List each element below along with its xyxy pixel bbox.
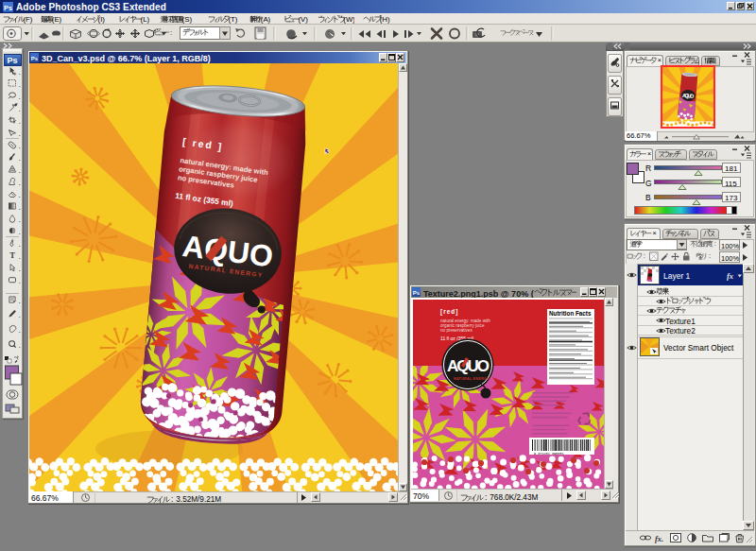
svg-text:Ps: Ps [413,290,421,296]
svg-text:×: × [652,230,656,237]
svg-text:(I): (I) [98,15,106,24]
svg-text:(A): (A) [260,15,270,24]
svg-text:(L): (L) [141,15,150,24]
svg-text:Nutrition Facts: Nutrition Facts [549,310,592,317]
svg-text::: : [644,252,645,260]
svg-text:(S): (S) [181,15,192,24]
svg-text:fx.: fx. [655,534,663,543]
svg-text:×: × [658,57,662,64]
svg-text:×: × [647,150,651,158]
svg-text:9 871231 890831: 9 871231 890831 [534,452,564,456]
svg-text::: : [484,493,486,502]
svg-text:no preservatives: no preservatives [440,328,472,333]
svg-text:(V): (V) [299,15,309,24]
svg-text:Ps: Ps [31,56,39,61]
svg-text:NATURAL ENERGY: NATURAL ENERGY [454,377,490,381]
svg-text:fx: fx [727,271,734,281]
svg-text:768.0K/2.43M: 768.0K/2.43M [490,493,538,502]
svg-text::: : [714,240,716,248]
svg-text:3.52M/9.21M: 3.52M/9.21M [176,495,221,504]
svg-text:(F): (F) [23,15,32,24]
svg-text:(T): (T) [228,15,237,24]
svg-text:Ps: Ps [4,4,12,12]
svg-text:(W): (W) [343,15,354,24]
svg-text:(H): (H) [380,15,390,24]
svg-text::: : [709,252,711,260]
svg-text::: : [171,495,173,504]
svg-text:AQUO: AQUO [682,93,695,99]
svg-text:[red]: [red] [440,308,458,316]
svg-text:T: T [9,250,15,260]
svg-text:(E): (E) [51,15,61,24]
